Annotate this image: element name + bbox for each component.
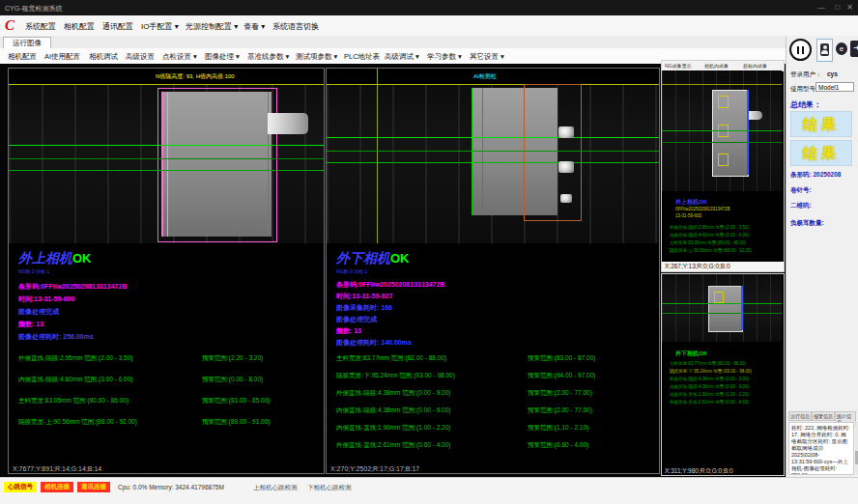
tool-advanced-debug[interactable]: 高级调试 ▾ bbox=[385, 52, 419, 62]
mini-measure: 内侧直线-隔膜:4.38mm 范围:(0.00 - 9.00) bbox=[670, 384, 749, 389]
tab-alarm-log[interactable]: 报警信息 bbox=[812, 411, 835, 421]
mini-measure-highlight: 隔膜宽度-下:95.24mm 范围:(93.00 - 98.00) bbox=[670, 369, 752, 374]
ng-box-marker bbox=[714, 292, 724, 303]
tab-overlimit-image[interactable]: 超标内成像 bbox=[743, 63, 767, 69]
run-log-text[interactable]: 耗时: 222, 网络检测耗时: 17, 网络分类耗时: 0, 网络截取分区耗时… bbox=[788, 422, 854, 475]
minimize-button[interactable]: — bbox=[817, 3, 825, 12]
elapsed-line: 图像处理耗时: 140.00ms bbox=[336, 335, 412, 350]
ng-image-panel-top[interactable]: NG成像显示 相机内成像 超标内成像 外上相机OK 0FFIiw20250208… bbox=[661, 60, 785, 272]
menu-bar: C 系统配置 相机配置 通讯配置 IO手配置 ▾ 光源控制配置 ▾ 查看 ▾ 系… bbox=[0, 15, 858, 37]
tool-camera-debug[interactable]: 相机调试 bbox=[89, 52, 118, 62]
tool-advanced-setup[interactable]: 高级设置 bbox=[126, 52, 155, 62]
ng-image-panel-bottom[interactable]: 外下相机OK 主料宽度:83.77mm 范围:(82.00 - 88.00) 隔… bbox=[661, 273, 785, 476]
close-button[interactable]: ✕ bbox=[846, 3, 853, 12]
model-select[interactable] bbox=[815, 82, 854, 92]
menu-system-config[interactable]: 系统配置 bbox=[25, 21, 56, 32]
measurement-row: 内侧直线-隔膜:4.60mm 范围:(3.00 - 6.00) bbox=[18, 376, 132, 384]
ng-box-marker bbox=[718, 96, 729, 108]
edge-line-cyan bbox=[167, 92, 168, 237]
measure-line bbox=[662, 142, 782, 143]
calibration-line bbox=[662, 84, 782, 85]
height-overlay-label: N值隔高度: 93, H值内高值:100 bbox=[156, 72, 235, 81]
qr-code-field: 二维码: bbox=[790, 202, 812, 210]
elapsed-line: 图像处理耗时: 256.00ms bbox=[18, 329, 94, 344]
comm-link-status-badge: 通讯连接 bbox=[77, 482, 110, 492]
camera-view-lower[interactable]: AI检测框 外下相机OK NG数:0 误检:1 条形码:0FFIiw202502… bbox=[326, 68, 660, 474]
measurement-row: 隔膜宽度-上:90.56mm 范围:(88.00 - 92.00) bbox=[18, 418, 137, 427]
menu-camera-config[interactable]: 相机配置 bbox=[64, 21, 95, 32]
tool-ai-config[interactable]: AI使用配置 bbox=[44, 52, 80, 62]
measurement-warn: 预警范围:(81.00 - 85.00) bbox=[202, 397, 270, 406]
tab-camera-image[interactable]: 相机内成像 bbox=[704, 63, 729, 69]
mini-measure: 内侧直线-隔膜:4.60mm 范围:(3.00 - 6.00) bbox=[670, 233, 749, 238]
measurement-row: 内侧直线-直线:1.90mm 范围:(1.00 - 2.20) bbox=[336, 424, 450, 433]
camera-image-lower[interactable]: AI检测框 bbox=[327, 69, 659, 243]
menu-language-switch[interactable]: 系统语言切换 bbox=[272, 21, 319, 32]
tool-camera-config[interactable]: 相机配置 bbox=[8, 52, 37, 62]
measurement-row: 主料宽度:83.77mm 范围:(82.00 - 88.00) bbox=[336, 354, 446, 363]
measurement-warn: 预警范围:(0.60 - 4.00) bbox=[528, 441, 588, 450]
measurement-row: 外侧直线-直线:2.61mm 范围:(0.60 - 4.00) bbox=[336, 441, 450, 450]
tool-spot-check[interactable]: 点检设置 ▾ bbox=[162, 52, 197, 62]
login-user-value: cys bbox=[827, 70, 838, 77]
measurement-row: 主料宽度:83.05mm 范围:(80.00 - 86.00) bbox=[18, 397, 129, 406]
camera-view-upper[interactable]: N值隔高度: 93, H值内高值:100 外上相机OK NG数:0 误检:1 条… bbox=[8, 68, 325, 474]
ng-box-marker bbox=[718, 154, 729, 166]
menu-comm-config[interactable]: 通讯配置 bbox=[102, 21, 133, 32]
pixel-coords-readout: X:267;Y:13;R:0;G:0;B:0 bbox=[662, 262, 784, 271]
pause-button[interactable] bbox=[789, 39, 812, 61]
result-title-lower: 外下相机OK NG数:0 误检:1 bbox=[336, 250, 410, 279]
measure-line bbox=[662, 313, 782, 314]
mini-measure: 主料宽度:83.05mm 范围:(80.00 - 86.00) bbox=[670, 240, 746, 245]
measure-line bbox=[662, 130, 782, 131]
cpu-memory-readout: Cpu: 0.0% Memory: 3424.41796875M bbox=[118, 484, 224, 490]
upper-camera-heartbeat: 上相机心跳检测 bbox=[253, 484, 298, 492]
maximize-button[interactable]: □ bbox=[835, 3, 840, 12]
edge-line-green bbox=[482, 88, 483, 215]
control-sidebar: e ➜ 登录用户： cys 使用型号： 总结果： 结果 结果 条形码: 2025… bbox=[786, 36, 858, 477]
brand-logo-icon: C bbox=[5, 18, 19, 33]
info-button[interactable]: e bbox=[836, 42, 847, 55]
mini-measure: 内侧直线-直线:1.90mm 范围:(1.00 - 2.20) bbox=[670, 392, 749, 397]
pixel-coords-readout: X:7677;Y:891;R:14;G:14;B:14 bbox=[13, 465, 101, 472]
measurement-row: 外侧直线-隔膜:2.95mm 范围:(2.00 - 3.50) bbox=[18, 354, 132, 363]
exit-button[interactable]: ➜ bbox=[850, 41, 858, 57]
tool-test-params[interactable]: 测试项参数 ▾ bbox=[296, 52, 337, 62]
mini-measure: 隔膜宽度-上:90.56mm 范围:(88.00 - 92.00) bbox=[670, 248, 752, 253]
user-login-button[interactable] bbox=[816, 39, 833, 62]
menu-io-config[interactable]: IO手配置 ▾ bbox=[141, 21, 179, 32]
mini-camera-image[interactable] bbox=[662, 274, 782, 342]
measure-line-2 bbox=[327, 151, 659, 152]
app-window: CYG-视觉检测系统 — □ ✕ C 系统配置 相机配置 通讯配置 IO手配置 … bbox=[0, 0, 858, 504]
battery-cell-block bbox=[161, 92, 272, 237]
tool-baseline-params[interactable]: 基准线参数 ▾ bbox=[247, 52, 289, 62]
tool-other-settings[interactable]: 其它设置 ▾ bbox=[470, 52, 504, 62]
total-result-label: 总结果： bbox=[790, 99, 821, 110]
bright-guide-line bbox=[377, 69, 378, 243]
edge-line-green bbox=[472, 88, 472, 215]
calibration-line bbox=[9, 84, 324, 85]
camera-image-upper[interactable]: N值隔高度: 93, H值内高值:100 bbox=[9, 69, 324, 243]
tab-run-log[interactable]: 运行信息 bbox=[788, 411, 812, 421]
result-box-lower: 结果 bbox=[790, 140, 852, 166]
measurement-row: 隔膜宽度-下:95.24mm 范围:(93.00 - 98.00) bbox=[336, 372, 455, 380]
mini-camera-image[interactable] bbox=[662, 70, 782, 191]
mini-time: 13-31-59-600 bbox=[675, 213, 701, 218]
measure-line-1 bbox=[9, 145, 324, 146]
tab-ng-display[interactable]: NG成像显示 bbox=[665, 63, 692, 69]
camera-link-status-badge: 相机连接 bbox=[41, 482, 73, 492]
tool-plc-table[interactable]: PLC地址表 bbox=[344, 52, 380, 62]
measure-line-3 bbox=[9, 170, 324, 171]
tool-learn-params[interactable]: 学习参数 ▾ bbox=[427, 52, 462, 62]
measurement-warn: 预警范围:(94.00 - 97.00) bbox=[528, 372, 595, 380]
tool-image-process[interactable]: 图像处理 ▾ bbox=[205, 52, 240, 62]
lower-camera-heartbeat: 下相机心跳检测 bbox=[307, 484, 352, 492]
mini-measure: 主料宽度:83.77mm 范围:(82.00 - 88.00) bbox=[670, 361, 746, 366]
tab-connector bbox=[268, 113, 308, 134]
menu-light-config[interactable]: 光源控制配置 ▾ bbox=[186, 21, 238, 32]
menu-view[interactable]: 查看 ▾ bbox=[243, 21, 265, 32]
reflection-spot bbox=[560, 194, 572, 203]
mini-result-title: 外下相机OK bbox=[675, 350, 707, 358]
measure-line bbox=[662, 303, 782, 304]
measurement-warn: 预警范围:(83.00 - 87.00) bbox=[528, 354, 595, 363]
